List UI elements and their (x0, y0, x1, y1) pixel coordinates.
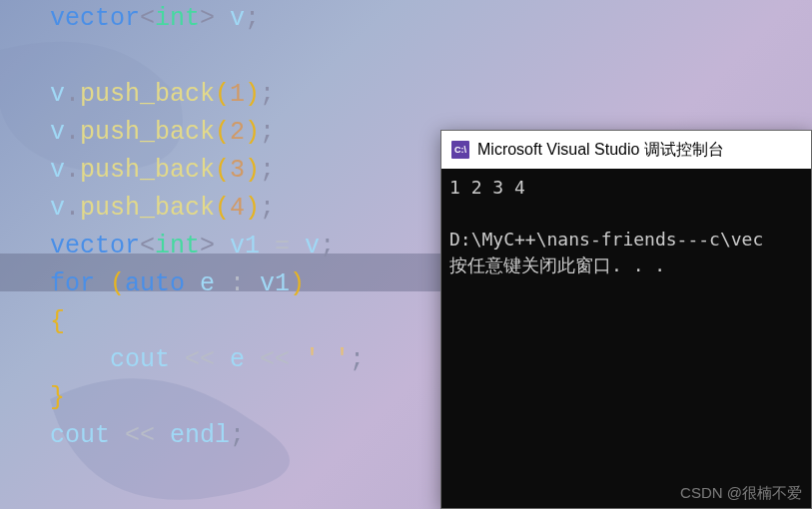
code-line-12: cout << endl; (50, 421, 245, 450)
debug-console-window[interactable]: C:\ Microsoft Visual Studio 调试控制台 1 2 3 … (440, 130, 812, 509)
code-line-6: v.push_back(4); (50, 194, 275, 223)
code-line-3: v.push_back(1); (50, 80, 275, 109)
code-line-7: vector<int> v1 = v; (50, 232, 335, 260)
console-output[interactable]: 1 2 3 4 D:\MyC++\nans-friends---c\vec 按任… (441, 169, 811, 508)
code-line-4: v.push_back(2); (50, 118, 275, 147)
code-line-11: } (50, 383, 65, 412)
watermark: CSDN @很楠不爱 (680, 484, 802, 503)
console-output-line-3: D:\MyC++\nans-friends---c\vec (449, 229, 763, 250)
console-icon: C:\ (451, 141, 469, 159)
code-line-5: v.push_back(3); (50, 156, 275, 185)
code-line-1: vector<int> v; (50, 4, 260, 33)
console-output-line-1: 1 2 3 4 (449, 177, 525, 198)
code-line-8: for (auto e : v1) (50, 269, 305, 298)
console-output-line-4: 按任意键关闭此窗口. . . (449, 254, 665, 275)
console-title: Microsoft Visual Studio 调试控制台 (477, 140, 724, 161)
console-titlebar[interactable]: C:\ Microsoft Visual Studio 调试控制台 (441, 131, 811, 169)
code-line-10: cout << e << ' '; (50, 345, 365, 374)
code-line-9: { (50, 307, 65, 336)
